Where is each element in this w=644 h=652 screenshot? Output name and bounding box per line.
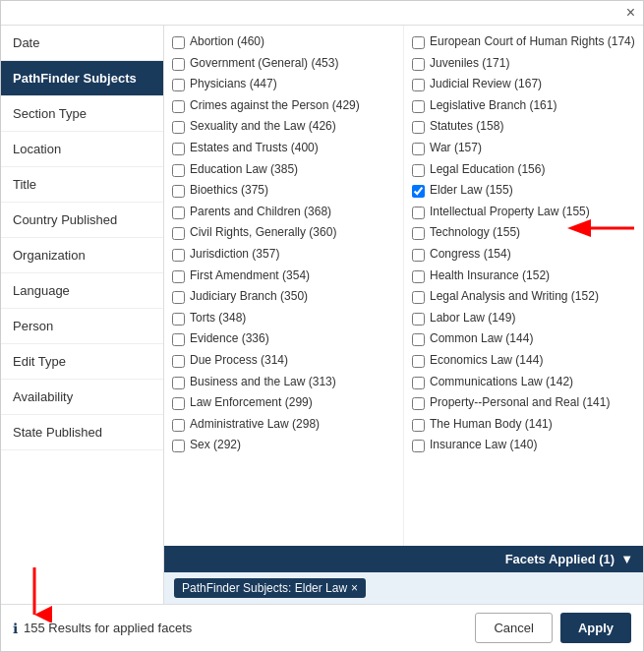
checkbox[interactable] xyxy=(412,100,425,113)
checkbox-label[interactable]: Business and the Law (313) xyxy=(190,375,336,390)
checkbox-label[interactable]: Judiciary Branch (350) xyxy=(190,289,308,305)
checkbox[interactable] xyxy=(412,355,425,368)
sidebar-item-language[interactable]: Language xyxy=(1,273,163,309)
checkbox-label[interactable]: Government (General) (453) xyxy=(190,56,338,72)
checkbox[interactable] xyxy=(412,164,425,177)
checkbox-label[interactable]: Legislative Branch (161) xyxy=(430,98,556,114)
checkbox-label[interactable]: Physicians (447) xyxy=(190,77,277,92)
checkbox[interactable] xyxy=(412,333,425,346)
checkbox-label[interactable]: Education Law (385) xyxy=(190,162,298,178)
checkbox-label[interactable]: Sexuality and the Law (426) xyxy=(190,119,336,135)
checkbox-label[interactable]: Economics Law (144) xyxy=(430,353,543,369)
sidebar-item-edit-type[interactable]: Edit Type xyxy=(1,344,163,380)
sidebar-item-country-published[interactable]: Country Published xyxy=(1,203,163,238)
sidebar-item-date[interactable]: Date xyxy=(1,26,163,61)
checkbox-label[interactable]: Health Insurance (152) xyxy=(430,268,550,284)
checkbox[interactable] xyxy=(172,333,185,346)
checkbox-label[interactable]: Jurisdiction (357) xyxy=(190,247,279,263)
checkbox-label[interactable]: Elder Law (155) xyxy=(430,183,513,199)
sidebar-item-state-published[interactable]: State Published xyxy=(1,415,163,450)
checkbox[interactable] xyxy=(172,79,185,91)
checkbox-label[interactable]: Law Enforcement (299) xyxy=(190,395,313,411)
checkbox-label[interactable]: Communications Law (142) xyxy=(430,375,573,390)
checkbox[interactable] xyxy=(172,227,185,240)
checkbox[interactable] xyxy=(172,36,185,49)
checkbox[interactable] xyxy=(412,185,425,198)
checkbox-label[interactable]: Abortion (460) xyxy=(190,34,264,50)
checkbox[interactable] xyxy=(172,58,185,71)
sidebar-item-section-type[interactable]: Section Type xyxy=(1,96,163,132)
checkbox[interactable] xyxy=(172,121,185,134)
checkbox-label[interactable]: Estates and Trusts (400) xyxy=(190,141,319,156)
checkbox[interactable] xyxy=(412,249,425,262)
checkbox[interactable] xyxy=(412,207,425,219)
checkbox[interactable] xyxy=(172,355,185,368)
checkbox[interactable] xyxy=(412,270,425,283)
checkbox[interactable] xyxy=(412,143,425,155)
checkbox[interactable] xyxy=(172,164,185,177)
sidebar-item-availability[interactable]: Availability xyxy=(1,380,163,415)
checkbox-label[interactable]: First Amendment (354) xyxy=(190,268,310,284)
sidebar-item-title[interactable]: Title xyxy=(1,167,163,203)
checkbox-label[interactable]: Juveniles (171) xyxy=(430,56,509,72)
facet-tag-close-icon[interactable]: × xyxy=(351,581,358,595)
cancel-button[interactable]: Cancel xyxy=(475,613,552,643)
checkbox-label[interactable]: Intellectual Property Law (155) xyxy=(430,205,590,220)
checkbox[interactable] xyxy=(172,440,185,452)
checkbox-label[interactable]: Civil Rights, Generally (360) xyxy=(190,225,336,241)
checkbox[interactable] xyxy=(412,419,425,432)
checkbox[interactable] xyxy=(172,185,185,198)
checkbox[interactable] xyxy=(412,58,425,71)
close-button[interactable]: × xyxy=(626,5,635,21)
list-item: Evidence (336) xyxy=(168,328,399,350)
checkbox-label[interactable]: War (157) xyxy=(430,141,482,156)
checkbox-label[interactable]: Evidence (336) xyxy=(190,331,269,347)
checkbox-label[interactable]: The Human Body (141) xyxy=(430,417,553,433)
checkbox-label[interactable]: Due Process (314) xyxy=(190,353,288,369)
checkbox[interactable] xyxy=(172,207,185,219)
checkbox-label[interactable]: Common Law (144) xyxy=(430,331,533,347)
checkbox-label[interactable]: Crimes against the Person (429) xyxy=(190,98,360,114)
checkbox[interactable] xyxy=(172,291,185,304)
checkbox-label[interactable]: Insurance Law (140) xyxy=(430,438,537,453)
checkbox[interactable] xyxy=(172,100,185,113)
checkbox-label[interactable]: Legal Analysis and Writing (152) xyxy=(430,289,599,305)
checkbox[interactable] xyxy=(412,121,425,134)
checkbox-label[interactable]: Legal Education (156) xyxy=(430,162,545,178)
checkbox[interactable] xyxy=(412,79,425,91)
list-item: Due Process (314) xyxy=(168,350,399,372)
checkbox[interactable] xyxy=(412,397,425,410)
checkbox[interactable] xyxy=(412,227,425,240)
sidebar-item-pathfinder-subjects[interactable]: PathFinder Subjects xyxy=(1,61,163,96)
checkbox-label[interactable]: Property--Personal and Real (141) xyxy=(430,395,610,411)
apply-button[interactable]: Apply xyxy=(560,613,631,643)
checkbox-label[interactable]: Congress (154) xyxy=(430,247,511,263)
checkbox[interactable] xyxy=(172,143,185,155)
checkbox[interactable] xyxy=(412,440,425,452)
checkbox[interactable] xyxy=(172,313,185,326)
checkbox[interactable] xyxy=(412,291,425,304)
checkbox[interactable] xyxy=(172,270,185,283)
sidebar-item-location[interactable]: Location xyxy=(1,132,163,167)
checkbox-label[interactable]: Labor Law (149) xyxy=(430,311,515,326)
checkbox-label[interactable]: Administrative Law (298) xyxy=(190,417,320,433)
facets-applied-bar[interactable]: Facets Applied (1) ▼ xyxy=(164,546,643,572)
checkbox[interactable] xyxy=(172,419,185,432)
sidebar-item-person[interactable]: Person xyxy=(1,309,163,344)
sidebar-item-organization[interactable]: Organization xyxy=(1,238,163,273)
checkbox[interactable] xyxy=(412,36,425,49)
checkbox[interactable] xyxy=(412,377,425,389)
checkbox[interactable] xyxy=(172,249,185,262)
checkbox-label[interactable]: Judicial Review (167) xyxy=(430,77,542,92)
checkbox[interactable] xyxy=(172,397,185,410)
checkbox-label[interactable]: Statutes (158) xyxy=(430,119,503,135)
checkbox[interactable] xyxy=(172,377,185,389)
checkbox-label[interactable]: Bioethics (375) xyxy=(190,183,268,199)
facet-tag[interactable]: PathFinder Subjects: Elder Law × xyxy=(174,578,366,598)
checkbox-label[interactable]: Technology (155) xyxy=(430,225,520,241)
checkbox[interactable] xyxy=(412,313,425,326)
checkbox-label[interactable]: Parents and Children (368) xyxy=(190,205,331,220)
checkbox-label[interactable]: Sex (292) xyxy=(190,438,241,453)
checkbox-label[interactable]: Torts (348) xyxy=(190,311,246,326)
checkbox-label[interactable]: European Court of Human Rights (174) xyxy=(430,34,635,50)
